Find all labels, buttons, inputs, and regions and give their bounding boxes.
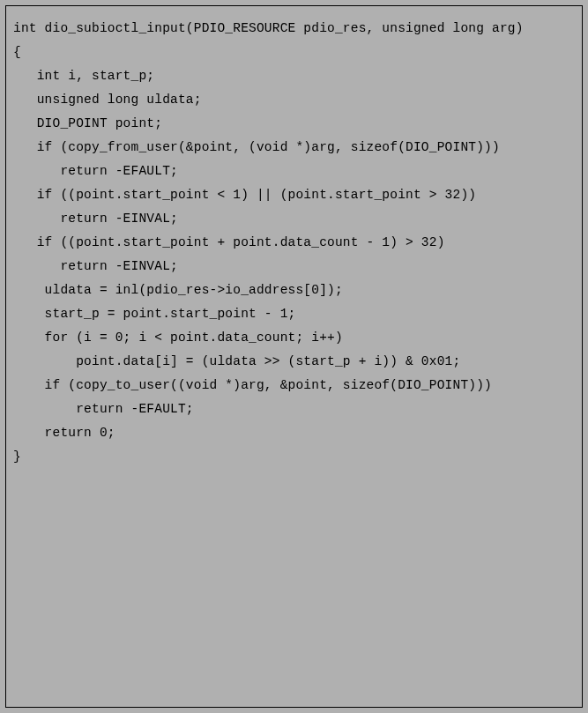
code-line: return -EINVAL;	[13, 207, 575, 231]
code-line: if (copy_from_user(&point, (void *)arg, …	[13, 136, 575, 160]
code-line: if (copy_to_user((void *)arg, &point, si…	[13, 374, 575, 397]
code-line: int dio_subioctl_input(PDIO_RESOURCE pdi…	[13, 17, 575, 41]
code-line: }	[13, 445, 575, 469]
code-line: DIO_POINT point;	[13, 112, 575, 136]
code-block: int dio_subioctl_input(PDIO_RESOURCE pdi…	[5, 5, 583, 708]
code-line: return 0;	[13, 421, 575, 445]
code-line: if ((point.start_point + point.data_coun…	[13, 231, 575, 255]
code-line: {	[13, 41, 575, 64]
code-line: return -EFAULT;	[13, 160, 575, 183]
code-line: unsigned long uldata;	[13, 88, 575, 112]
code-line: for (i = 0; i < point.data_count; i++)	[13, 326, 575, 350]
code-line: start_p = point.start_point - 1;	[13, 302, 575, 326]
code-line: point.data[i] = (uldata >> (start_p + i)…	[13, 350, 575, 374]
code-line: int i, start_p;	[13, 64, 575, 88]
code-line: return -EINVAL;	[13, 255, 575, 279]
code-line: uldata = inl(pdio_res->io_address[0]);	[13, 279, 575, 302]
code-line: if ((point.start_point < 1) || (point.st…	[13, 183, 575, 207]
code-line: return -EFAULT;	[13, 397, 575, 421]
